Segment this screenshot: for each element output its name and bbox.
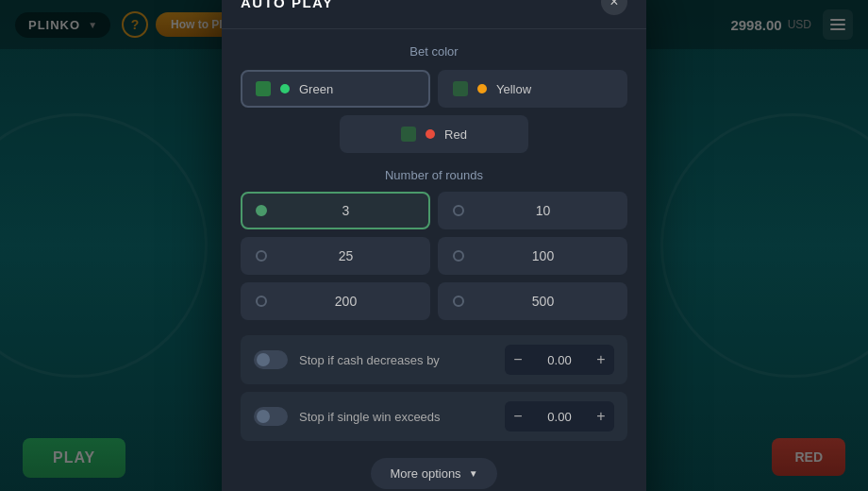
- round-btn-500[interactable]: 500: [438, 282, 627, 320]
- yellow-dot: [477, 84, 487, 93]
- round-label-25: 25: [276, 248, 415, 263]
- red-square: [401, 127, 416, 142]
- green-dot: [280, 84, 290, 93]
- stop-win-input-group: − 0.00 +: [505, 401, 614, 432]
- bet-color-yellow[interactable]: Yellow: [438, 70, 627, 108]
- round-radio-25: [256, 250, 267, 262]
- more-options-button[interactable]: More options ▼: [371, 458, 496, 489]
- stop-cash-label: Stop if cash decreases by: [299, 353, 493, 367]
- round-radio-10: [453, 205, 464, 216]
- bet-color-center: Red: [241, 115, 627, 153]
- stop-win-plus-btn[interactable]: +: [588, 401, 614, 432]
- modal-body: Bet color Green Yellow Red Nu: [222, 29, 646, 491]
- round-radio-3: [256, 205, 267, 216]
- round-radio-200: [256, 296, 267, 307]
- stop-condition-win: Stop if single win exceeds − 0.00 +: [241, 392, 627, 441]
- modal-close-button[interactable]: ×: [601, 0, 627, 15]
- more-options-label: More options: [390, 466, 460, 481]
- round-btn-10[interactable]: 10: [438, 192, 627, 229]
- bet-color-grid: Green Yellow: [241, 70, 627, 108]
- green-square: [256, 81, 271, 96]
- stop-cash-input-group: − 0.00 +: [505, 345, 614, 375]
- stop-win-label: Stop if single win exceeds: [299, 410, 493, 424]
- stop-cash-value: 0.00: [531, 353, 588, 367]
- yellow-label: Yellow: [496, 82, 531, 96]
- stop-win-toggle[interactable]: [254, 407, 288, 426]
- bet-color-red[interactable]: Red: [340, 115, 528, 153]
- round-radio-500: [453, 296, 464, 307]
- rounds-grid: 3 10 25 100 200 500: [241, 192, 627, 320]
- round-label-10: 10: [474, 203, 612, 218]
- modal-title: AUTO PLAY: [241, 0, 334, 10]
- round-btn-100[interactable]: 100: [438, 237, 627, 275]
- red-label: Red: [444, 127, 467, 142]
- round-radio-100: [453, 250, 464, 262]
- round-label-100: 100: [474, 248, 612, 263]
- stop-win-value: 0.00: [531, 410, 588, 424]
- stop-win-minus-btn[interactable]: −: [505, 401, 531, 432]
- more-options-container: More options ▼: [241, 450, 627, 489]
- bet-color-label: Bet color: [241, 44, 627, 59]
- round-btn-25[interactable]: 25: [241, 237, 430, 275]
- autoplay-modal: AUTO PLAY × Bet color Green Yellow: [222, 0, 646, 491]
- stop-cash-minus-btn[interactable]: −: [505, 345, 531, 375]
- round-label-3: 3: [276, 203, 415, 218]
- round-btn-3[interactable]: 3: [241, 192, 430, 229]
- stop-cash-toggle[interactable]: [254, 350, 288, 369]
- green-label: Green: [299, 82, 333, 96]
- stop-condition-cash: Stop if cash decreases by − 0.00 +: [241, 335, 627, 384]
- more-options-chevron-icon: ▼: [469, 468, 478, 479]
- round-label-200: 200: [276, 294, 415, 309]
- red-dot: [426, 129, 435, 139]
- round-label-500: 500: [474, 294, 612, 309]
- stop-cash-plus-btn[interactable]: +: [588, 345, 614, 375]
- modal-header: AUTO PLAY ×: [222, 0, 646, 29]
- bet-color-green[interactable]: Green: [241, 70, 430, 108]
- rounds-label: Number of rounds: [241, 168, 627, 182]
- yellow-square: [453, 81, 468, 96]
- round-btn-200[interactable]: 200: [241, 282, 430, 320]
